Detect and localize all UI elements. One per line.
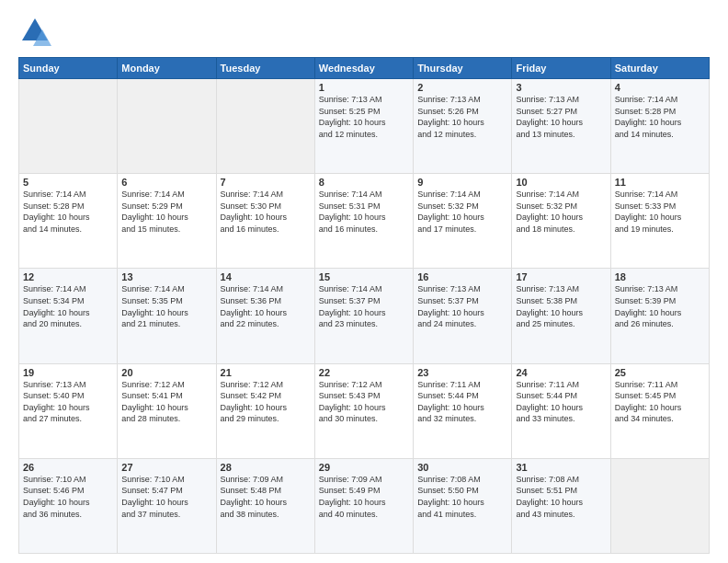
day-info: Sunrise: 7:14 AM Sunset: 5:37 PM Dayligh… [319,283,409,329]
day-info: Sunrise: 7:14 AM Sunset: 5:33 PM Dayligh… [615,189,705,235]
weekday-header-tuesday: Tuesday [216,58,314,79]
weekday-header-thursday: Thursday [414,58,512,79]
calendar-cell: 16Sunrise: 7:13 AM Sunset: 5:37 PM Dayli… [414,269,512,363]
day-info: Sunrise: 7:14 AM Sunset: 5:32 PM Dayligh… [516,189,606,235]
calendar-cell: 24Sunrise: 7:11 AM Sunset: 5:44 PM Dayli… [512,363,610,458]
weekday-header-row: SundayMondayTuesdayWednesdayThursdayFrid… [19,58,710,79]
calendar-cell: 5Sunrise: 7:14 AM Sunset: 5:28 PM Daylig… [19,174,118,269]
day-info: Sunrise: 7:13 AM Sunset: 5:38 PM Dayligh… [516,283,606,329]
calendar-cell: 26Sunrise: 7:10 AM Sunset: 5:46 PM Dayli… [19,458,118,553]
day-number: 15 [319,271,409,282]
calendar-cell [216,79,314,174]
day-info: Sunrise: 7:08 AM Sunset: 5:50 PM Dayligh… [417,474,507,520]
day-number: 16 [417,271,507,282]
day-info: Sunrise: 7:10 AM Sunset: 5:46 PM Dayligh… [23,474,113,520]
logo [18,15,57,48]
day-number: 17 [516,271,606,282]
day-number: 30 [417,462,507,473]
calendar-cell: 30Sunrise: 7:08 AM Sunset: 5:50 PM Dayli… [414,458,512,553]
day-info: Sunrise: 7:10 AM Sunset: 5:47 PM Dayligh… [121,474,211,520]
week-row-5: 26Sunrise: 7:10 AM Sunset: 5:46 PM Dayli… [19,458,710,553]
day-info: Sunrise: 7:14 AM Sunset: 5:29 PM Dayligh… [121,189,211,235]
day-info: Sunrise: 7:13 AM Sunset: 5:25 PM Dayligh… [319,94,409,140]
calendar-cell: 12Sunrise: 7:14 AM Sunset: 5:34 PM Dayli… [19,269,118,363]
day-number: 11 [615,177,705,188]
calendar-cell: 20Sunrise: 7:12 AM Sunset: 5:41 PM Dayli… [118,363,216,458]
day-number: 22 [319,367,409,378]
day-number: 8 [319,177,409,188]
day-number: 12 [23,271,113,282]
day-number: 4 [615,82,705,93]
day-number: 5 [23,177,113,188]
day-number: 9 [417,177,507,188]
day-info: Sunrise: 7:12 AM Sunset: 5:42 PM Dayligh… [221,379,311,425]
day-info: Sunrise: 7:14 AM Sunset: 5:28 PM Dayligh… [615,94,705,140]
calendar-cell: 18Sunrise: 7:13 AM Sunset: 5:39 PM Dayli… [610,269,709,363]
day-number: 27 [121,462,211,473]
day-number: 28 [221,462,311,473]
day-info: Sunrise: 7:14 AM Sunset: 5:28 PM Dayligh… [23,189,113,235]
calendar-cell: 17Sunrise: 7:13 AM Sunset: 5:38 PM Dayli… [512,269,610,363]
calendar-cell: 3Sunrise: 7:13 AM Sunset: 5:27 PM Daylig… [512,79,610,174]
calendar-cell: 9Sunrise: 7:14 AM Sunset: 5:32 PM Daylig… [414,174,512,269]
calendar-cell: 7Sunrise: 7:14 AM Sunset: 5:30 PM Daylig… [216,174,314,269]
calendar-cell: 10Sunrise: 7:14 AM Sunset: 5:32 PM Dayli… [512,174,610,269]
day-number: 29 [319,462,409,473]
weekday-header-friday: Friday [512,58,610,79]
day-info: Sunrise: 7:14 AM Sunset: 5:35 PM Dayligh… [121,283,211,329]
day-info: Sunrise: 7:14 AM Sunset: 5:36 PM Dayligh… [221,283,311,329]
calendar-cell [118,79,216,174]
day-info: Sunrise: 7:08 AM Sunset: 5:51 PM Dayligh… [516,474,606,520]
calendar-cell: 22Sunrise: 7:12 AM Sunset: 5:43 PM Dayli… [314,363,413,458]
calendar-table: SundayMondayTuesdayWednesdayThursdayFrid… [18,57,710,554]
calendar-cell: 6Sunrise: 7:14 AM Sunset: 5:29 PM Daylig… [118,174,216,269]
week-row-2: 5Sunrise: 7:14 AM Sunset: 5:28 PM Daylig… [19,174,710,269]
day-info: Sunrise: 7:11 AM Sunset: 5:45 PM Dayligh… [615,379,705,425]
day-info: Sunrise: 7:11 AM Sunset: 5:44 PM Dayligh… [417,379,507,425]
day-number: 1 [319,82,409,93]
week-row-1: 1Sunrise: 7:13 AM Sunset: 5:25 PM Daylig… [19,79,710,174]
day-number: 2 [417,82,507,93]
weekday-header-saturday: Saturday [610,58,709,79]
calendar-cell: 15Sunrise: 7:14 AM Sunset: 5:37 PM Dayli… [314,269,413,363]
day-info: Sunrise: 7:13 AM Sunset: 5:37 PM Dayligh… [417,283,507,329]
day-number: 24 [516,367,606,378]
weekday-header-monday: Monday [118,58,216,79]
day-info: Sunrise: 7:14 AM Sunset: 5:31 PM Dayligh… [319,189,409,235]
week-row-3: 12Sunrise: 7:14 AM Sunset: 5:34 PM Dayli… [19,269,710,363]
day-info: Sunrise: 7:13 AM Sunset: 5:39 PM Dayligh… [615,283,705,329]
day-number: 3 [516,82,606,93]
calendar-cell: 8Sunrise: 7:14 AM Sunset: 5:31 PM Daylig… [314,174,413,269]
page: SundayMondayTuesdayWednesdayThursdayFrid… [0,0,728,563]
calendar-cell: 21Sunrise: 7:12 AM Sunset: 5:42 PM Dayli… [216,363,314,458]
day-number: 6 [121,177,211,188]
day-number: 25 [615,367,705,378]
day-info: Sunrise: 7:14 AM Sunset: 5:32 PM Dayligh… [417,189,507,235]
day-info: Sunrise: 7:13 AM Sunset: 5:26 PM Dayligh… [417,94,507,140]
calendar-cell: 28Sunrise: 7:09 AM Sunset: 5:48 PM Dayli… [216,458,314,553]
day-info: Sunrise: 7:12 AM Sunset: 5:41 PM Dayligh… [121,379,211,425]
calendar-cell: 29Sunrise: 7:09 AM Sunset: 5:49 PM Dayli… [314,458,413,553]
calendar-cell: 25Sunrise: 7:11 AM Sunset: 5:45 PM Dayli… [610,363,709,458]
day-number: 13 [121,271,211,282]
calendar-cell: 23Sunrise: 7:11 AM Sunset: 5:44 PM Dayli… [414,363,512,458]
calendar-cell: 11Sunrise: 7:14 AM Sunset: 5:33 PM Dayli… [610,174,709,269]
day-number: 31 [516,462,606,473]
day-info: Sunrise: 7:14 AM Sunset: 5:34 PM Dayligh… [23,283,113,329]
day-number: 21 [221,367,311,378]
day-info: Sunrise: 7:13 AM Sunset: 5:27 PM Dayligh… [516,94,606,140]
day-number: 10 [516,177,606,188]
calendar-cell: 1Sunrise: 7:13 AM Sunset: 5:25 PM Daylig… [314,79,413,174]
day-number: 23 [417,367,507,378]
day-number: 19 [23,367,113,378]
calendar-cell: 13Sunrise: 7:14 AM Sunset: 5:35 PM Dayli… [118,269,216,363]
day-info: Sunrise: 7:11 AM Sunset: 5:44 PM Dayligh… [516,379,606,425]
day-number: 20 [121,367,211,378]
weekday-header-wednesday: Wednesday [314,58,413,79]
day-number: 26 [23,462,113,473]
logo-icon [18,15,51,48]
day-number: 14 [221,271,311,282]
calendar-cell: 2Sunrise: 7:13 AM Sunset: 5:26 PM Daylig… [414,79,512,174]
day-info: Sunrise: 7:14 AM Sunset: 5:30 PM Dayligh… [221,189,311,235]
calendar-cell [19,79,118,174]
